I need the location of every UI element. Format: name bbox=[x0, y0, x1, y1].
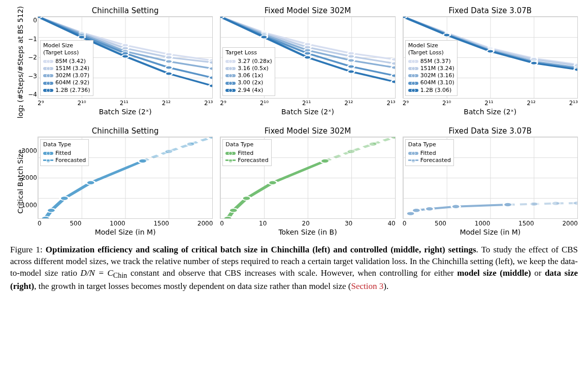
caption-bold: Optimization efficiency and scaling of c… bbox=[46, 245, 476, 254]
x-axis-label: Model Size (in M) bbox=[403, 228, 578, 236]
svg-point-96 bbox=[451, 205, 460, 209]
legend: Data Type Fitted Forecasted bbox=[40, 139, 89, 166]
svg-point-101 bbox=[573, 201, 577, 205]
svg-point-33 bbox=[348, 55, 355, 58]
x-axis-label: Model Size (in M) bbox=[38, 228, 213, 236]
svg-point-99 bbox=[530, 202, 538, 206]
svg-point-85 bbox=[229, 209, 238, 213]
legend-title: Target Loss bbox=[225, 49, 272, 56]
svg-point-86 bbox=[242, 197, 251, 201]
svg-point-21 bbox=[78, 36, 85, 39]
panel-title: Fixed Data Size 3.07B bbox=[403, 6, 578, 15]
panel-top-mid: Fixed Model Size 302M Target Loss 3.27 (… bbox=[220, 6, 395, 118]
svg-point-18 bbox=[166, 66, 173, 69]
x-axis-ticks: 0500100015002000 bbox=[403, 220, 578, 227]
svg-point-98 bbox=[503, 203, 512, 207]
panel-top-left: Chinchilla Setting 0−1−2−3−4 Model Size(… bbox=[38, 6, 213, 118]
panel-title: Chinchilla Setting bbox=[38, 6, 213, 15]
svg-point-78 bbox=[86, 181, 95, 185]
y-axis-ticks: 300020001000 bbox=[21, 137, 37, 218]
svg-point-19 bbox=[209, 76, 212, 79]
legend-title: Model Size(Target Loss) bbox=[43, 42, 90, 57]
svg-point-94 bbox=[412, 209, 420, 213]
legend-title: Data Type bbox=[408, 141, 451, 148]
svg-point-44 bbox=[391, 74, 395, 77]
legend: Model Size(Target Loss) 85M (3.42) 151M … bbox=[40, 40, 93, 96]
y-axis-ticks: 0−1−2−3−4 bbox=[21, 17, 37, 98]
svg-point-34 bbox=[391, 62, 395, 65]
svg-point-43 bbox=[348, 65, 355, 68]
svg-point-24 bbox=[209, 84, 212, 87]
x-axis-label: Batch Size (2ˣ) bbox=[220, 108, 395, 116]
section-link[interactable]: Section 3 bbox=[351, 281, 383, 291]
svg-point-73 bbox=[530, 61, 537, 64]
caption-bold2: model size (middle) bbox=[457, 268, 531, 278]
legend: Target Loss 3.27 (0.28x) 3.16 (0.5x) 3.0… bbox=[222, 47, 275, 96]
caption-math: D/N = C bbox=[81, 268, 113, 278]
x-axis-ticks: 2⁹2¹⁰2¹¹2¹²2¹³ bbox=[38, 100, 213, 107]
svg-point-14 bbox=[209, 67, 212, 70]
svg-point-91 bbox=[369, 142, 377, 146]
svg-point-75 bbox=[41, 216, 50, 218]
panel-title: Fixed Model Size 302M bbox=[220, 126, 395, 136]
legend-title: Model Size(Target Loss) bbox=[408, 42, 454, 57]
svg-point-47 bbox=[304, 56, 311, 59]
svg-point-23 bbox=[166, 72, 173, 75]
x-axis-label: Batch Size (2ˣ) bbox=[403, 108, 578, 116]
figure-caption: Figure 1: Optimization efficiency and sc… bbox=[10, 244, 578, 292]
svg-point-72 bbox=[486, 50, 494, 53]
panel-title: Fixed Data Size 3.07B bbox=[403, 126, 578, 136]
svg-point-82 bbox=[186, 142, 195, 146]
svg-point-100 bbox=[551, 202, 560, 206]
svg-point-9 bbox=[209, 61, 212, 64]
svg-point-71 bbox=[443, 34, 450, 37]
legend-title: Data Type bbox=[43, 141, 86, 148]
svg-point-29 bbox=[391, 58, 395, 61]
svg-point-46 bbox=[260, 36, 268, 39]
svg-point-76 bbox=[47, 209, 55, 213]
svg-point-48 bbox=[348, 70, 355, 73]
panel-bot-right: Fixed Data Size 3.07B Data Type Fitted F… bbox=[403, 126, 578, 236]
panel-bot-mid: Fixed Model Size 302M Data Type Fitted F… bbox=[220, 126, 395, 236]
caption-text: or bbox=[531, 268, 545, 278]
legend: Data Type Fitted Forecasted bbox=[222, 139, 271, 166]
x-axis-ticks: 010203040 bbox=[220, 220, 395, 227]
svg-point-90 bbox=[347, 149, 355, 153]
x-axis-label: Token Size (in B) bbox=[220, 228, 395, 236]
x-axis-label: Batch Size (2ˣ) bbox=[38, 108, 213, 116]
svg-point-39 bbox=[391, 66, 395, 69]
svg-point-77 bbox=[60, 197, 69, 201]
x-axis-ticks: 2⁹2¹⁰2¹¹2¹²2¹³ bbox=[220, 100, 395, 107]
svg-point-74 bbox=[574, 68, 577, 71]
svg-point-81 bbox=[165, 149, 173, 153]
svg-point-95 bbox=[425, 207, 434, 211]
x-axis-ticks: 2⁹2¹⁰2¹¹2¹²2¹³ bbox=[403, 100, 578, 107]
caption-subscript: Chin bbox=[113, 272, 127, 280]
svg-point-80 bbox=[138, 159, 147, 163]
figure-grid: log₂ (#Steps/#Steps at BS 512) Chinchill… bbox=[10, 6, 578, 236]
svg-point-38 bbox=[348, 59, 355, 62]
legend: Model Size(Target Loss) 85M (3.37) 151M … bbox=[405, 40, 458, 96]
svg-point-89 bbox=[321, 159, 330, 163]
svg-point-42 bbox=[304, 52, 311, 55]
x-axis-ticks: 0500100015002000 bbox=[38, 220, 213, 227]
svg-point-87 bbox=[269, 181, 277, 185]
panel-bot-left: Chinchilla Setting 300020001000 Data Typ… bbox=[38, 126, 213, 236]
panel-title: Chinchilla Setting bbox=[38, 126, 213, 136]
legend-title: Data Type bbox=[225, 141, 268, 148]
svg-point-84 bbox=[223, 216, 232, 218]
caption-label: Figure 1: bbox=[10, 245, 43, 254]
svg-point-13 bbox=[166, 60, 173, 63]
svg-point-8 bbox=[166, 56, 173, 59]
svg-point-49 bbox=[391, 80, 395, 83]
caption-text: , the growth in target losses becomes mo… bbox=[34, 281, 351, 291]
panel-top-right: Fixed Data Size 3.07B Model Size(Target … bbox=[403, 6, 578, 118]
svg-point-22 bbox=[122, 55, 129, 58]
svg-point-92 bbox=[390, 137, 395, 139]
legend: Data Type Fitted Forecasted bbox=[405, 139, 454, 166]
panel-title: Fixed Model Size 302M bbox=[220, 6, 395, 15]
caption-text: ). bbox=[383, 281, 388, 291]
svg-point-83 bbox=[208, 137, 213, 139]
caption-text: constant and observe that CBS increases … bbox=[127, 268, 457, 278]
